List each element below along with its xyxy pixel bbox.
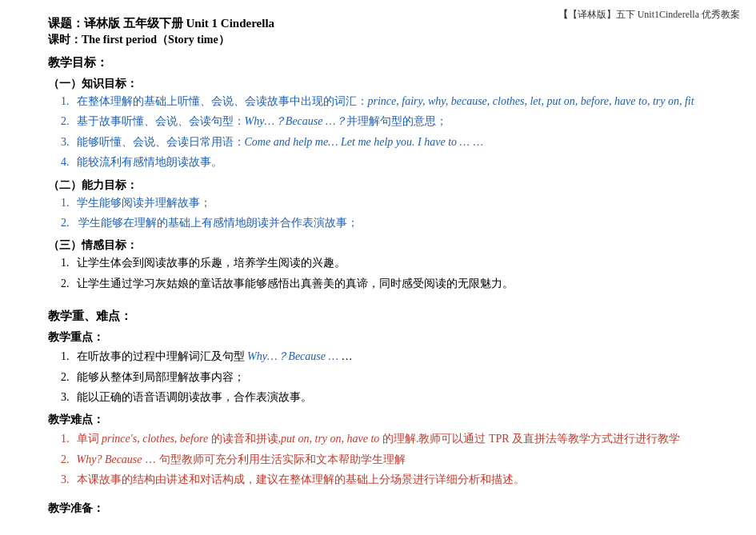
knowledge-item-3-text2: … [470,136,484,148]
knowledge-item-1-text: 在整体理解的基础上听懂、会说、会读故事中出现的词汇： [77,95,368,107]
key-item-3-text: 能以正确的语音语调朗读故事，合作表演故事。 [77,391,312,403]
section-ability-title: （二）能力目标： [48,178,708,193]
knowledge-item-1-en: prince, fairy, why, because, clothes, le… [368,95,694,107]
difficulty-title: 教学难点： [48,413,708,427]
prepare-title: 教学准备： [48,502,104,514]
section-knowledge-title: （一）知识目标： [48,77,708,91]
diff-item-1-text3: 的理解.教师可以通过 TPR 及直拼法等教学方式进行进行教学 [379,433,680,445]
ability-list: 1. 学生能够阅读并理解故事； 2. 学生能够在理解的基础上有感情地朗读并合作表… [48,194,708,233]
knowledge-item-3-en: Come and help me… Let me help you. I hav… [245,136,470,148]
diff-item-2-text: … 句型教师可充分利用生活实际和文本帮助学生理解 [142,453,406,465]
key-item-2-text: 能够从整体到局部理解故事内容； [77,371,245,383]
list-item: 2. Why? Because … 句型教师可充分利用生活实际和文本帮助学生理解 [61,451,708,469]
knowledge-item-2-text: 基于故事听懂、会说、会读句型： [77,115,245,127]
key-item-1-text2: … [338,350,353,362]
teaching-goals-title: 教学目标： [48,55,708,70]
ability-item-2-text: 学生能够在理解的基础上有感情地朗读并合作表演故事； [78,217,358,229]
diff-item-1-text: 单词 [77,433,102,445]
list-item: 2. 基于故事听懂、会说、会读句型：Why…？Because …？并理解句型的意… [61,113,708,130]
key-item-1-text: 在听故事的过程中理解词汇及句型 [77,350,248,362]
knowledge-item-4-text: 能较流利有感情地朗读故事。 [77,156,222,168]
diff-item-1-en2: put on, try on, have to [281,433,379,445]
list-item: 1. 在整体理解的基础上听懂、会说、会读故事中出现的词汇：prince, fai… [61,93,708,110]
ability-item-1-text: 学生能够阅读并理解故事； [77,197,211,209]
list-item: 1. 学生能够阅读并理解故事； [61,194,708,212]
document-label: 【【译林版】五下 Unit1Cinderella 优秀教案 [558,8,740,22]
diff-item-1-text2: 的读音和拼读, [208,433,281,445]
key-section-title: 教学重、难点： [48,309,708,324]
diff-item-2-en: Why? Because [77,453,142,465]
key-points-list: 1. 在听故事的过程中理解词汇及句型 Why…？Because … … 2. 能… [48,348,708,406]
list-item: 2. 学生能够在理解的基础上有感情地朗读并合作表演故事； [61,214,708,232]
list-item: 1. 单词 prince's, clothes, before 的读音和拼读,p… [61,430,708,448]
key-points-title: 教学重点： [48,330,708,345]
list-item: 2. 能够从整体到局部理解故事内容； [61,369,708,386]
diff-item-1-en: prince's, clothes, before [102,433,208,445]
knowledge-item-2-text2: 并理解句型的意思； [346,115,447,127]
list-item: 4. 能较流利有感情地朗读故事。 [61,154,708,171]
key-item-1-en: Why…？Because … [247,350,338,362]
section-emotion-title: （三）情感目标： [48,238,708,253]
emotion-item-2-text: 让学生通过学习灰姑娘的童话故事能够感悟出真善美的真谛，同时感受阅读的无限魅力。 [77,277,514,289]
list-item: 1. 在听故事的过程中理解词汇及句型 Why…？Because … … [61,348,708,365]
knowledge-item-2-en: Why…？Because …？ [245,115,347,127]
list-item: 1. 让学生体会到阅读故事的乐趣，培养学生阅读的兴趣。 [61,254,708,272]
course-time: 课时：The first period（Story time） [48,33,708,47]
list-item: 3. 能以正确的语音语调朗读故事，合作表演故事。 [61,389,708,406]
knowledge-list: 1. 在整体理解的基础上听懂、会说、会读故事中出现的词汇：prince, fai… [48,93,708,172]
list-item: 3. 能够听懂、会说、会读日常用语：Come and help me… Let … [61,134,708,151]
difficulty-list: 1. 单词 prince's, clothes, before 的读音和拼读,p… [48,430,708,489]
emotion-list: 1. 让学生体会到阅读故事的乐趣，培养学生阅读的兴趣。 2. 让学生通过学习灰姑… [48,254,708,293]
emotion-item-1-text: 让学生体会到阅读故事的乐趣，培养学生阅读的兴趣。 [77,257,346,269]
list-item: 3. 本课故事的结构由讲述和对话构成，建议在整体理解的基础上分场景进行详细分析和… [61,471,708,489]
prepare-section: 教学准备： [48,501,708,516]
diff-item-3-text: 本课故事的结构由讲述和对话构成，建议在整体理解的基础上分场景进行详细分析和描述。 [77,473,525,485]
knowledge-item-3-text: 能够听懂、会说、会读日常用语： [77,136,245,148]
list-item: 2. 让学生通过学习灰姑娘的童话故事能够感悟出真善美的真谛，同时感受阅读的无限魅… [61,275,708,293]
